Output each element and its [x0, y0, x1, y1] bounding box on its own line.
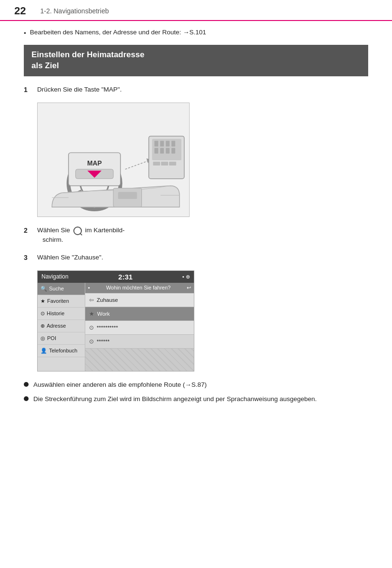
nav-screenshot: Navigation 2:31 ▪ ⊕ 🔍 Suche ★ Favoriten … [37, 270, 194, 372]
nav-search-icon: ▪ [88, 285, 90, 290]
bullet-circle-2 [24, 396, 29, 401]
nav-list-items: ⇦ Zuhause ★ Work ⊙ ********** ⊙ [85, 293, 194, 349]
sidebar-icon-historie: ⊙ [40, 310, 45, 317]
sidebar-item-adresse[interactable]: ⊕ Adresse [38, 320, 85, 332]
footer-bullet-1-text: Auswählen einer anderen als die empfohle… [33, 380, 207, 390]
svg-rect-26 [118, 192, 137, 199]
sidebar-label-adresse: Adresse [47, 323, 66, 329]
bullet-dot: • [24, 29, 26, 38]
svg-rect-15 [161, 162, 168, 165]
svg-rect-23 [171, 141, 175, 146]
svg-rect-18 [154, 148, 158, 154]
step-3: 3 Wählen Sie "Zuhause". [24, 253, 368, 263]
sidebar-item-suche[interactable]: 🔍 Suche [38, 283, 85, 295]
sidebar-label-poi: POI [47, 335, 56, 341]
sidebar-item-favoriten[interactable]: ★ Favoriten [38, 295, 85, 308]
sidebar-icon-telefonbuch: 👤 [40, 348, 47, 354]
section-header-line2: als Ziel [31, 61, 59, 70]
sidebar-label-telefonbuch: Telefonbuch [49, 348, 77, 353]
map-svg: MAP [38, 103, 189, 217]
nav-list-item-zuhause[interactable]: ⇦ Zuhause [85, 293, 194, 307]
step-2-text: Wählen Sie im Kartenbild- schirm. [37, 226, 368, 245]
nav-sidebar: 🔍 Suche ★ Favoriten ⊙ Historie ⊕ Adresse… [38, 283, 85, 371]
sidebar-icon-poi: ◎ [40, 335, 45, 341]
footer-bullet-2: Die Streckenführung zum Ziel wird im Bil… [24, 394, 368, 404]
sidebar-item-historie[interactable]: ⊙ Historie [38, 308, 85, 320]
sidebar-label-suche: Suche [49, 286, 64, 291]
step-2: 2 Wählen Sie im Kartenbild- schirm. [24, 226, 368, 245]
step-3-text: Wählen Sie "Zuhause". [37, 253, 368, 262]
svg-rect-19 [160, 141, 164, 146]
sidebar-item-telefonbuch[interactable]: 👤 Telefonbuch [38, 345, 85, 357]
nav-search-bar[interactable]: ▪ Wohin möchten Sie fahren? ↩ [85, 283, 194, 293]
nav-item-label-recent1: ********** [97, 325, 118, 330]
search-icon [73, 227, 82, 235]
nav-main: ▪ Wohin möchten Sie fahren? ↩ ⇦ Zuhause … [85, 283, 194, 371]
nav-item-label-zuhause: Zuhause [97, 297, 118, 303]
nav-item-icon-zuhause: ⇦ [89, 297, 94, 303]
svg-rect-21 [166, 141, 170, 146]
nav-item-icon-recent1: ⊙ [89, 324, 94, 331]
step-1-text: Drücken Sie die Taste "MAP". [37, 85, 368, 94]
nav-header: Navigation 2:31 ▪ ⊕ [38, 271, 194, 283]
bullet-circle-1 [24, 382, 29, 387]
map-image: MAP [37, 103, 190, 217]
page-number: 22 [14, 5, 26, 17]
section-title: 1-2. Navigationsbetrieb [40, 7, 109, 15]
nav-time: 2:31 [118, 273, 132, 281]
nav-header-icons: ▪ ⊕ [182, 274, 190, 280]
svg-text:MAP: MAP [87, 159, 102, 167]
svg-rect-14 [153, 162, 160, 165]
svg-rect-22 [166, 148, 170, 154]
step-3-number: 3 [24, 253, 34, 263]
svg-rect-20 [160, 148, 164, 154]
nav-body: 🔍 Suche ★ Favoriten ⊙ Historie ⊕ Adresse… [38, 283, 194, 371]
nav-item-icon-recent2: ⊙ [89, 338, 94, 345]
step-1-number: 1 [24, 85, 34, 95]
nav-search-text: Wohin möchten Sie fahren? [106, 285, 171, 290]
nav-list-item-recent2[interactable]: ⊙ ****** [85, 335, 194, 349]
nav-item-label-work: Work [97, 311, 110, 317]
intro-bullet-text: Bearbeiten des Namens, der Adresse und d… [30, 28, 206, 37]
step-1: 1 Drücken Sie die Taste "MAP". [24, 85, 368, 95]
sidebar-icon-adresse: ⊕ [40, 323, 45, 329]
sidebar-icon-suche: 🔍 [40, 286, 47, 292]
step-2-number: 2 [24, 226, 34, 236]
footer-bullet-2-text: Die Streckenführung zum Ziel wird im Bil… [33, 394, 317, 404]
nav-item-label-recent2: ****** [97, 339, 110, 344]
nav-title: Navigation [41, 273, 69, 280]
svg-rect-24 [171, 148, 175, 154]
nav-item-icon-work: ★ [89, 310, 94, 317]
svg-rect-17 [154, 141, 158, 146]
nav-list-item-work[interactable]: ★ Work [85, 307, 194, 321]
page-header: 22 1-2. Navigationsbetrieb [0, 0, 392, 21]
section-header-box: Einstellen der Heimatadresse als Ziel [24, 45, 368, 76]
content-area: • Bearbeiten des Namens, der Adresse und… [0, 28, 392, 428]
intro-bullet: • Bearbeiten des Namens, der Adresse und… [24, 28, 368, 38]
sidebar-label-favoriten: Favoriten [47, 298, 69, 304]
nav-map-area: ⇦ Zuhause ★ Work ⊙ ********** ⊙ [85, 293, 194, 371]
svg-rect-16 [169, 162, 176, 165]
nav-list-item-recent1[interactable]: ⊙ ********** [85, 321, 194, 335]
footer-bullet-1: Auswählen einer anderen als die empfohle… [24, 380, 368, 390]
section-header-line1: Einstellen der Heimatadresse [31, 50, 144, 59]
sidebar-item-poi[interactable]: ◎ POI [38, 332, 85, 345]
nav-back-icon: ↩ [187, 285, 191, 291]
sidebar-icon-favoriten: ★ [40, 298, 45, 304]
sidebar-label-historie: Historie [47, 310, 64, 316]
